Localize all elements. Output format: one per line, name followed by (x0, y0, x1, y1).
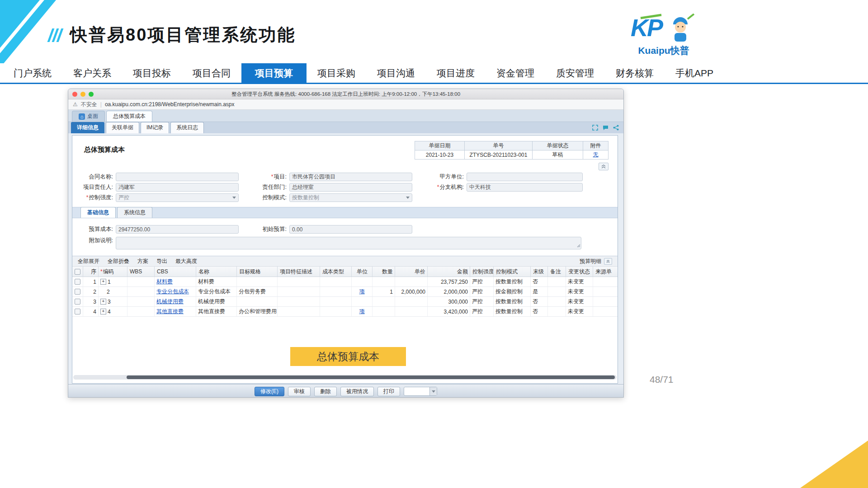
nav-item[interactable]: 财务核算 (605, 63, 665, 83)
section-tab[interactable]: 系统信息 (117, 207, 152, 218)
resize-handle-icon[interactable] (577, 241, 580, 249)
toolbar-link[interactable]: 导出 (156, 258, 167, 265)
header-checkbox[interactable] (75, 269, 80, 275)
horizontal-scrollbar[interactable] (73, 375, 617, 380)
column-header[interactable]: CBS (155, 267, 196, 277)
table-row[interactable]: 4 + 4 其他直接费 其他直接费 办公和管理 (72, 307, 618, 317)
manager-field[interactable]: 冯建军 (116, 183, 239, 192)
security-label: 不安全 (81, 101, 97, 108)
expand-plus-icon[interactable]: + (100, 299, 106, 305)
column-header[interactable]: 名称 (196, 267, 237, 277)
slide: 快普易80项目管理系统功能 K P Kuaipu快普 门户系统 客户关系 项目投… (0, 0, 868, 488)
detail-tab[interactable]: IM记录 (141, 122, 169, 133)
initial-budget-field[interactable]: 0.00 (289, 225, 412, 234)
zoom-icon[interactable] (89, 92, 94, 97)
column-header[interactable]: 末级 (531, 267, 548, 277)
party-a-field[interactable] (467, 173, 583, 181)
column-header[interactable] (72, 267, 83, 277)
table-row[interactable]: 3 + 3 机械使用费 机械使用费 (72, 297, 618, 307)
column-header[interactable]: 单位 (352, 267, 373, 277)
control-mode-select[interactable]: 按数量控制 (289, 193, 412, 202)
window-tab[interactable]: 总体预算成本 (106, 111, 152, 122)
action-button[interactable]: 被用情况 (340, 387, 374, 396)
row-checkbox[interactable] (75, 279, 80, 285)
table-row[interactable]: 1 + 1 材料费 材料费 (72, 277, 618, 287)
budget-cost-field[interactable]: 29477250.00 (116, 225, 239, 234)
address-bar[interactable]: 不安全 | oa.kuaipu.com.cn:2198/WebEnterpris… (68, 99, 623, 110)
action-button[interactable]: 修改(E) (255, 387, 284, 396)
column-header[interactable]: 金额 (428, 267, 470, 277)
chat-icon[interactable] (602, 124, 609, 131)
nav-item[interactable]: 项目投标 (122, 63, 182, 83)
footer-dropdown[interactable] (404, 387, 437, 396)
doc-info-value: 2021-10-23 (415, 150, 465, 160)
nav-item[interactable]: 项目沟通 (366, 63, 426, 83)
nav-item[interactable]: 手机APP (665, 63, 724, 83)
column-header[interactable]: 目标规格 (237, 267, 278, 277)
column-header[interactable]: * 编码 (99, 267, 127, 277)
budget-cost-label: 预算成本: (74, 225, 116, 233)
expand-plus-icon[interactable]: + (100, 279, 106, 285)
window-controls (72, 92, 94, 97)
cbs-link[interactable]: 其他直接费 (156, 308, 184, 315)
row-checkbox[interactable] (75, 289, 80, 295)
section-tab[interactable]: 基础信息 (80, 207, 116, 218)
toolbar-link[interactable]: 全部折叠 (108, 258, 129, 265)
note-textarea[interactable] (116, 237, 581, 249)
window-tab[interactable]: 桌面 (72, 111, 105, 122)
column-header[interactable]: 成本类型 (320, 267, 352, 277)
contract-name-field[interactable] (116, 173, 239, 181)
action-button[interactable]: 删除 (314, 387, 337, 396)
row-checkbox[interactable] (75, 309, 80, 314)
column-header[interactable]: 控制模式 (494, 267, 531, 277)
column-header[interactable]: 项目特征描述 (278, 267, 320, 277)
toolbar-link[interactable]: 方案 (137, 258, 148, 265)
nav-item[interactable]: 项目采购 (307, 63, 366, 83)
expand-plus-icon[interactable]: + (100, 309, 106, 314)
unit-link[interactable]: 项 (359, 308, 365, 315)
nav-item[interactable]: 客户关系 (62, 63, 122, 83)
share-icon[interactable] (613, 124, 619, 131)
cbs-link[interactable]: 材料费 (156, 278, 173, 286)
action-button[interactable]: 打印 (377, 387, 400, 396)
cell-name: 机械使用费 (196, 297, 237, 306)
browser-window: 整合管理平台系统 服务热线: 4000-686-168 法定工作日上班时间: 上… (68, 89, 624, 398)
column-header[interactable]: 控制强度 (470, 267, 494, 277)
cbs-link[interactable]: 机械使用费 (156, 298, 184, 305)
column-header[interactable]: 序 (83, 267, 99, 277)
control-strength-select[interactable]: 严控 (116, 193, 239, 202)
toolbar-link[interactable]: 最大高度 (175, 258, 197, 265)
close-icon[interactable] (72, 92, 77, 97)
collapse-icon[interactable] (599, 163, 609, 170)
branch-field[interactable]: 中天科技 (467, 183, 583, 192)
nav-item[interactable]: 门户系统 (3, 63, 62, 83)
toolbar-link[interactable]: 全部展开 (78, 258, 99, 265)
column-header[interactable]: 来源单 (593, 267, 618, 277)
column-header[interactable]: WBS (127, 267, 155, 277)
column-header[interactable]: 备注 (548, 267, 566, 277)
project-field[interactable]: 市民体育公园项目 (289, 173, 412, 181)
nav-item[interactable]: 项目进度 (426, 63, 486, 83)
detail-tab[interactable]: 详细信息 (71, 122, 104, 133)
collapse-icon[interactable] (604, 258, 612, 265)
table-row[interactable]: 2 2 专业分包成本 专业分包成本 分包劳务 (72, 287, 618, 297)
column-header[interactable]: 数量 (373, 267, 395, 277)
fullscreen-icon[interactable] (592, 124, 598, 131)
action-button[interactable]: 审核 (288, 387, 311, 396)
cbs-link[interactable]: 专业分包成本 (156, 288, 189, 296)
nav-item[interactable]: 质安管理 (545, 63, 605, 83)
nav-item[interactable]: 项目合同 (182, 63, 241, 83)
detail-tab[interactable]: 系统日志 (170, 122, 204, 133)
unit-link[interactable]: 项 (359, 288, 365, 296)
party-a-label: 甲方单位: (412, 173, 467, 181)
dept-field[interactable]: 总经理室 (289, 183, 412, 192)
nav-item[interactable]: 项目预算 (241, 63, 307, 83)
detail-tab[interactable]: 关联单据 (106, 122, 139, 133)
column-header[interactable]: 单价 (395, 267, 428, 277)
nav-item[interactable]: 资金管理 (486, 63, 545, 83)
column-header[interactable]: 变更状态 (566, 267, 593, 277)
row-checkbox[interactable] (75, 299, 80, 305)
scrollbar-thumb[interactable] (127, 375, 615, 379)
cell-name: 专业分包成本 (196, 287, 237, 296)
minimize-icon[interactable] (80, 92, 85, 97)
